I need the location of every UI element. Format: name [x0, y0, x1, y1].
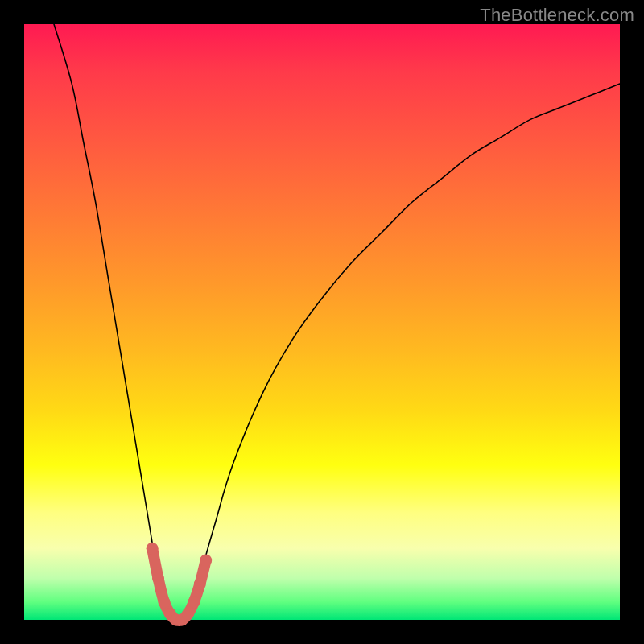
highlight-dot	[152, 572, 164, 584]
highlight-dot	[200, 555, 212, 567]
highlight-dot	[188, 596, 200, 608]
bottleneck-curve	[54, 24, 620, 621]
highlight-dot	[158, 596, 170, 608]
highlight-dot	[147, 543, 159, 555]
highlight-dot	[194, 578, 206, 590]
highlight-dot	[182, 608, 194, 620]
plot-area	[24, 24, 620, 620]
chart-frame: TheBottleneck.com	[0, 0, 644, 644]
curves-svg	[24, 24, 620, 620]
watermark-text: TheBottleneck.com	[480, 5, 634, 26]
